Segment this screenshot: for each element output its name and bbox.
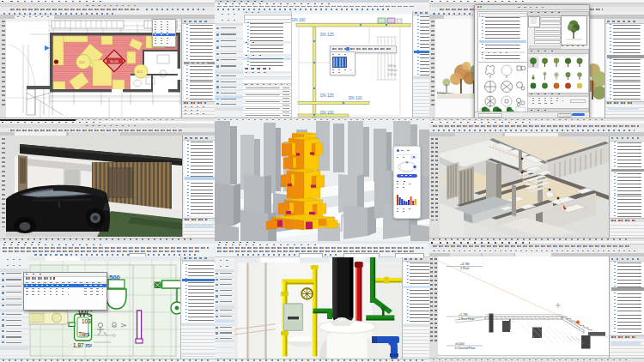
svg-text:DN 160: DN 160 [292,18,306,22]
svg-text:±0,000: ±0,000 [455,342,465,346]
svg-text:0 Ground Floor: 0 Ground Floor [455,347,476,350]
svg-text:1,87 m²: 1,87 m² [73,342,93,348]
svg-text:DN 100: DN 100 [320,111,334,115]
svg-text:h 31 m³: h 31 m³ [388,73,397,76]
svg-text:648 kg: 648 kg [388,64,396,68]
svg-text:Pallozzi: Pallozzi [388,69,398,72]
svg-text:Tiles: Tiles [78,331,90,337]
svg-text:103: 103 [82,318,91,324]
svg-text:2 Roof: 2 Roof [460,268,469,271]
svg-text:DN 125: DN 125 [320,33,334,37]
svg-text:DN 100: DN 100 [349,96,362,100]
svg-text:+4,780: +4,780 [460,263,470,267]
svg-text:+1,780: +1,780 [459,313,468,317]
svg-text:DN 125: DN 125 [320,94,334,98]
svg-text:1 First Floor: 1 First Floor [459,317,476,321]
